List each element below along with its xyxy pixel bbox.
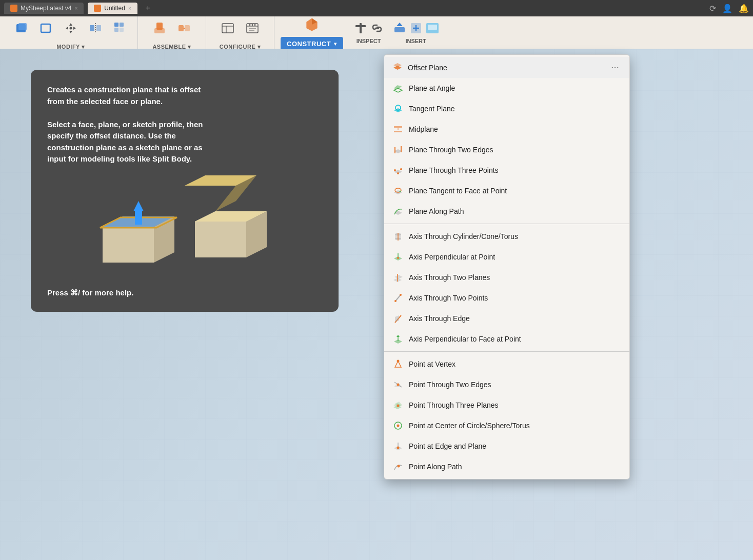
svg-marker-48: [133, 201, 144, 211]
insert-button[interactable]: INSERT: [388, 22, 444, 44]
plane-tangent-face-icon: [392, 185, 404, 196]
plane-along-path-label: Plane Along Path: [409, 207, 621, 215]
axis-two-points-label: Axis Through Two Points: [409, 294, 621, 302]
tab-mysheep-label: MySheepLatest v4: [21, 5, 71, 12]
toolbar-assemble-section: ASSEMBLE ▾: [138, 16, 206, 49]
midplane-label: Midplane: [409, 125, 621, 133]
plane-angle-icon: [392, 83, 404, 94]
tab-mysheep-close[interactable]: ×: [74, 6, 77, 11]
tab-mysheep[interactable]: MySheepLatest v4 ×: [4, 3, 84, 14]
menu-item-plane-angle[interactable]: Plane at Angle: [384, 78, 629, 98]
svg-point-82: [397, 257, 399, 259]
menu-item-midplane[interactable]: Midplane: [384, 119, 629, 139]
toolbar-btn-assemble2[interactable]: [173, 15, 195, 42]
point-two-edges-icon: [392, 379, 404, 390]
svg-rect-35: [394, 27, 405, 32]
toolbar-btn-move[interactable]: [60, 15, 82, 42]
menu-item-axis-two-planes[interactable]: Axis Through Two Planes: [384, 267, 629, 288]
svg-point-71: [397, 172, 399, 174]
insert-label: INSERT: [405, 38, 426, 44]
plane-two-edges-label: Plane Through Two Edges: [409, 146, 621, 154]
assemble2-icon: [176, 20, 192, 36]
svg-marker-93: [397, 335, 400, 337]
svg-marker-57: [393, 63, 402, 67]
menu-item-axis-two-points[interactable]: Axis Through Two Points: [384, 288, 629, 308]
point-center-icon: [392, 420, 404, 431]
svg-point-98: [397, 384, 400, 386]
menu-item-axis-cylinder[interactable]: Axis Through Cylinder/Cone/Torus: [384, 226, 629, 247]
tangent-plane-label: Tangent Plane: [409, 105, 621, 113]
svg-rect-41: [428, 25, 437, 30]
toolbar-btn-shell[interactable]: [35, 15, 57, 42]
svg-rect-12: [120, 23, 124, 27]
midplane-icon: [392, 124, 404, 135]
separator-2: [384, 351, 629, 352]
point-along-path-icon: [392, 461, 404, 472]
menu-item-plane-two-edges[interactable]: Plane Through Two Edges: [384, 139, 629, 160]
back-btn[interactable]: ⟳: [709, 4, 716, 13]
toolbar-btn-assemble1[interactable]: [148, 15, 171, 42]
configure1-icon: [220, 20, 236, 36]
toolbar-btn-pattern[interactable]: [109, 15, 131, 42]
toolbar-btn-configure1[interactable]: [216, 15, 239, 42]
toolbar-construct-section: CONSTRUCT ▾: [274, 16, 349, 49]
user-icon[interactable]: 👤: [722, 4, 732, 13]
svg-rect-10: [96, 25, 101, 31]
separator-1: [384, 224, 629, 224]
point-center-label: Point at Center of Circle/Sphere/Torus: [409, 422, 621, 430]
link-icon: [370, 21, 384, 37]
shell-icon: [38, 20, 54, 36]
menu-item-plane-tangent-face[interactable]: Plane Tangent to Face at Point: [384, 181, 629, 201]
toolbar-btn-mirror[interactable]: [84, 15, 107, 42]
plane-three-points-label: Plane Through Three Points: [409, 166, 621, 174]
toolbar-configure-section: CONFIGURE ▾: [206, 16, 274, 49]
menu-item-axis-edge[interactable]: Axis Through Edge: [384, 308, 629, 329]
svg-marker-6: [73, 27, 76, 30]
tab-untitled[interactable]: Untitled ×: [88, 3, 137, 14]
tab-untitled-close[interactable]: ×: [128, 6, 131, 11]
svg-rect-18: [185, 25, 190, 31]
offset-plane-icon: [392, 62, 403, 73]
svg-marker-4: [69, 31, 72, 33]
menu-item-point-edge-plane[interactable]: Point at Edge and Plane: [384, 436, 629, 456]
toolbar-btn-construct-icon[interactable]: [301, 14, 323, 35]
configure2-icon: [244, 20, 261, 36]
menu-item-point-three-planes[interactable]: Point Through Three Planes: [384, 395, 629, 415]
notification-icon[interactable]: 🔔: [739, 4, 749, 13]
svg-point-74: [400, 191, 401, 192]
toolbar-btn-solid[interactable]: [10, 15, 33, 42]
svg-marker-51: [195, 222, 246, 257]
new-tab-btn[interactable]: +: [142, 4, 154, 13]
menu-item-axis-perp-face[interactable]: Axis Perpendicular to Face at Point: [384, 329, 629, 349]
main-area: Creates a construction plane that is off…: [0, 49, 753, 560]
menu-item-axis-perp-point[interactable]: Axis Perpendicular at Point: [384, 247, 629, 267]
construct-button[interactable]: CONSTRUCT ▾: [281, 37, 343, 51]
toolbar-btn-configure2[interactable]: [241, 15, 264, 42]
svg-marker-43: [103, 227, 154, 263]
insert-icon3: [425, 21, 440, 37]
menu-item-plane-along-path[interactable]: Plane Along Path: [384, 201, 629, 222]
inspect-button[interactable]: INSPECT: [349, 22, 388, 44]
offset-plane-more[interactable]: ⋯: [609, 63, 621, 72]
info-description: Creates a construction plane that is off…: [47, 84, 322, 165]
pattern-icon: [112, 20, 128, 36]
plane-three-points-icon: [392, 165, 404, 176]
svg-point-108: [398, 465, 400, 468]
menu-item-point-two-edges[interactable]: Point Through Two Edges: [384, 374, 629, 395]
svg-rect-33: [360, 23, 362, 33]
svg-rect-13: [114, 28, 118, 32]
axis-edge-label: Axis Through Edge: [409, 314, 621, 323]
axis-cylinder-label: Axis Through Cylinder/Cone/Torus: [409, 232, 621, 241]
svg-rect-17: [179, 25, 184, 31]
svg-point-102: [397, 405, 400, 407]
menu-item-plane-three-points[interactable]: Plane Through Three Points: [384, 160, 629, 181]
menu-item-point-vertex[interactable]: Point at Vertex: [384, 354, 629, 374]
svg-rect-16: [154, 28, 165, 33]
tab-icon-mysheep: [10, 5, 17, 12]
menu-item-tangent-plane[interactable]: Tangent Plane: [384, 98, 629, 119]
menu-item-point-along-path[interactable]: Point Along Path: [384, 456, 629, 477]
tab-icon-untitled: [94, 5, 101, 12]
svg-point-107: [397, 447, 400, 449]
menu-item-offset-plane[interactable]: Offset Plane ⋯: [384, 57, 629, 78]
menu-item-point-center[interactable]: Point at Center of Circle/Sphere/Torus: [384, 415, 629, 436]
